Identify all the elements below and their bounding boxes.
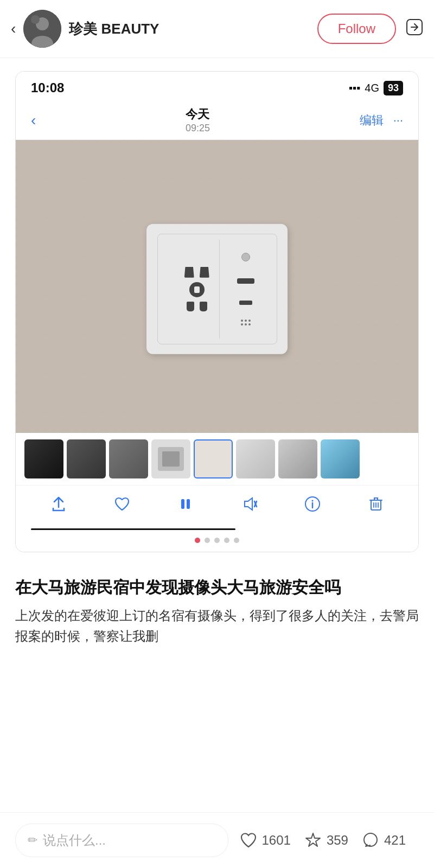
comment-group[interactable]: 421 <box>361 831 406 850</box>
info-icon[interactable] <box>304 495 321 516</box>
header: ‹ 珍美 BEAUTY Follow <box>0 0 434 58</box>
phone-nav-subtitle: 09:25 <box>186 123 210 134</box>
thumbnail-7[interactable] <box>278 439 317 478</box>
like-icon <box>239 831 258 850</box>
thumbnail-8[interactable] <box>321 439 360 478</box>
dot-2 <box>205 538 210 543</box>
star-group[interactable]: 359 <box>304 831 348 850</box>
thumbnail-1[interactable] <box>24 439 63 478</box>
mute-icon[interactable] <box>240 495 258 516</box>
share-icon[interactable] <box>406 18 423 40</box>
signal-icon: ▪▪▪ <box>349 82 360 94</box>
main-photo: 🖥 HDR 1/7 <box>16 140 418 433</box>
svg-point-3 <box>31 15 40 24</box>
heart-icon[interactable] <box>113 495 131 516</box>
phone-nav-center: 今天 09:25 <box>186 106 210 134</box>
like-group[interactable]: 1601 <box>239 831 291 850</box>
username: 珍美 BEAUTY <box>69 20 317 39</box>
post-body: 上次发的在爱彼迎上订的名宿有摄像头，得到了很多人的关注，去警局报案的时候，警察让… <box>0 605 434 658</box>
follow-button[interactable]: Follow <box>317 14 396 44</box>
thumbnail-4[interactable] <box>151 439 190 478</box>
pause-icon[interactable] <box>177 495 194 516</box>
photo-action-bar <box>16 485 418 526</box>
post-title: 在大马旅游民宿中发现摄像头大马旅游安全吗 <box>0 565 434 605</box>
comment-placeholder: 说点什么... <box>43 832 106 849</box>
thumbnail-5[interactable] <box>194 439 233 478</box>
dot-3 <box>214 538 220 543</box>
status-bar: 10:08 ▪▪▪ 4G 93 <box>16 72 418 101</box>
dot-1 <box>195 538 200 543</box>
bottom-bar: ✏ 说点什么... 1601 359 421 <box>0 812 434 868</box>
svg-point-17 <box>364 833 377 846</box>
phone-nav-more[interactable]: ··· <box>393 113 403 127</box>
main-content: 10:08 ▪▪▪ 4G 93 ‹ 今天 09:25 编辑 ··· 🖥 HDR <box>0 71 434 712</box>
status-time: 10:08 <box>31 80 64 95</box>
phone-nav-actions: 编辑 ··· <box>360 112 403 129</box>
comment-input[interactable]: ✏ 说点什么... <box>15 824 228 857</box>
thumbnail-2[interactable] <box>67 439 106 478</box>
phone-nav-back[interactable]: ‹ <box>31 112 36 129</box>
upload-icon[interactable] <box>50 495 67 516</box>
comment-icon <box>361 831 380 850</box>
dot-5 <box>234 538 239 543</box>
trash-icon[interactable] <box>367 495 385 516</box>
page-indicator <box>16 531 418 552</box>
socket-illustration <box>146 224 288 354</box>
battery-badge: 93 <box>384 81 403 95</box>
star-icon <box>304 831 322 850</box>
network-label: 4G <box>365 82 379 94</box>
phone-nav-title: 今天 <box>186 106 210 123</box>
comment-count: 421 <box>384 833 406 848</box>
like-count: 1601 <box>262 833 291 848</box>
back-button[interactable]: ‹ <box>11 20 16 37</box>
svg-point-12 <box>311 500 313 502</box>
svg-rect-6 <box>181 499 184 509</box>
thumbnail-3[interactable] <box>109 439 148 478</box>
phone-card: 10:08 ▪▪▪ 4G 93 ‹ 今天 09:25 编辑 ··· 🖥 HDR <box>15 71 419 552</box>
thumbnail-6[interactable] <box>236 439 275 478</box>
status-icons: ▪▪▪ 4G 93 <box>349 81 403 95</box>
dot-4 <box>224 538 229 543</box>
svg-rect-7 <box>187 499 190 509</box>
phone-nav-bar: ‹ 今天 09:25 编辑 ··· <box>16 101 418 140</box>
star-count: 359 <box>327 833 348 848</box>
phone-nav-edit[interactable]: 编辑 <box>360 112 384 129</box>
thumbnail-strip <box>16 433 418 485</box>
avatar[interactable] <box>23 10 61 48</box>
edit-icon: ✏ <box>28 833 37 847</box>
